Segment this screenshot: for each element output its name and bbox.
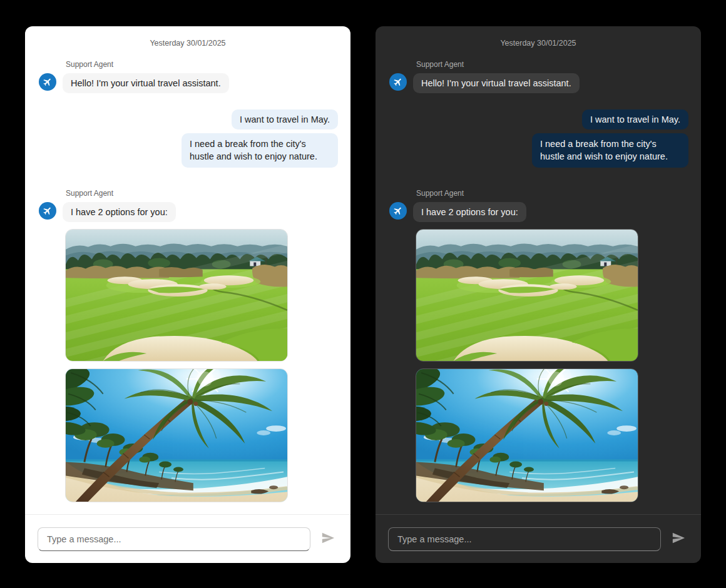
agent-message-bubble: I have 2 options for you: — [63, 202, 176, 222]
composer — [25, 514, 350, 563]
send-arrow-icon — [672, 531, 685, 547]
airplane-icon — [43, 206, 53, 216]
airplane-icon — [393, 206, 403, 216]
sender-label: Support Agent — [416, 60, 688, 69]
agent-message-group: Support Agent I have 2 options for you: — [389, 189, 688, 502]
agent-message-group: Support Agent Hello! I'm your virtual tr… — [39, 60, 338, 93]
tropical-beach-photo[interactable] — [65, 368, 288, 502]
agent-message-bubble: I have 2 options for you: — [413, 202, 526, 222]
sender-label: Support Agent — [416, 189, 688, 198]
agent-message-bubble: Hello! I'm your virtual travel assistant… — [63, 73, 229, 93]
agent-message-bubble: Hello! I'm your virtual travel assistant… — [413, 73, 580, 93]
agent-message-group: Support Agent Hello! I'm your virtual tr… — [389, 60, 688, 93]
send-arrow-icon — [321, 531, 335, 547]
date-separator: Yesterday 30/01/2025 — [38, 39, 338, 48]
message-list: Yesterday 30/01/2025 Support Agent Hello… — [25, 26, 350, 514]
agent-avatar — [389, 202, 407, 220]
chat-panel-light: Yesterday 30/01/2025 Support Agent Hello… — [25, 26, 350, 563]
message-input[interactable] — [388, 527, 661, 551]
golf-course-photo[interactable] — [65, 229, 288, 362]
agent-message-group: Support Agent I have 2 options for you: — [39, 189, 338, 502]
agent-avatar — [389, 73, 407, 91]
sender-label: Support Agent — [66, 189, 338, 198]
send-button[interactable] — [319, 530, 337, 548]
user-message-bubble: I want to travel in May. — [232, 109, 338, 129]
airplane-icon — [393, 77, 403, 87]
user-message-bubble: I need a break from the city's hustle an… — [182, 133, 338, 168]
message-input[interactable] — [38, 527, 310, 551]
message-list: Yesterday 30/01/2025 Support Agent Hello… — [376, 26, 701, 514]
agent-avatar — [39, 73, 56, 91]
sender-label: Support Agent — [66, 60, 338, 69]
agent-avatar — [39, 202, 56, 220]
golf-course-photo[interactable] — [416, 229, 638, 362]
tropical-beach-photo[interactable] — [416, 368, 638, 502]
date-separator: Yesterday 30/01/2025 — [388, 39, 688, 48]
composer — [376, 514, 701, 563]
user-message-bubble: I want to travel in May. — [582, 109, 688, 129]
chat-panel-dark: Yesterday 30/01/2025 Support Agent Hello… — [376, 26, 701, 563]
airplane-icon — [43, 77, 53, 87]
send-button[interactable] — [670, 530, 687, 548]
user-message-bubble: I need a break from the city's hustle an… — [532, 133, 688, 168]
